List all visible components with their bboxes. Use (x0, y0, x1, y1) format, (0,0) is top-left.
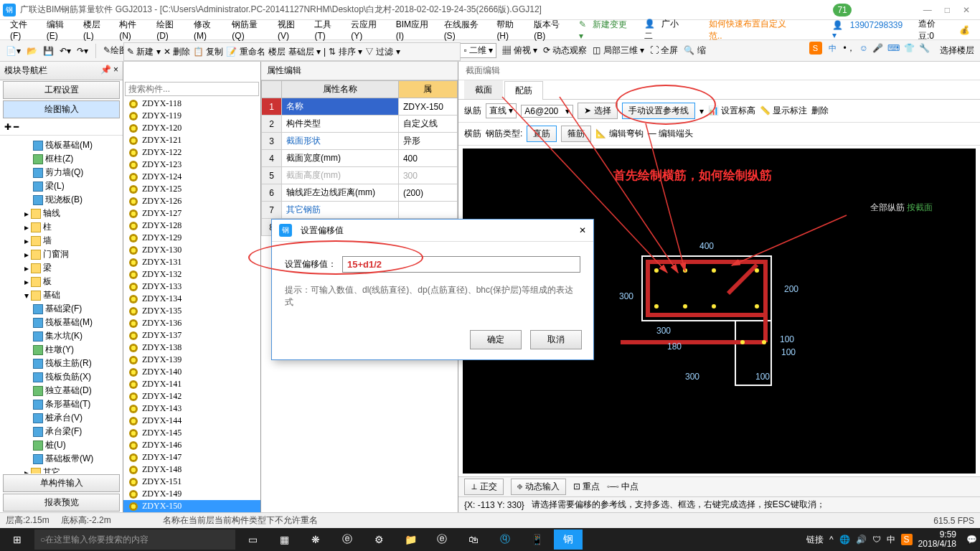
table-row[interactable]: 3截面形状异形 (262, 133, 458, 150)
list-item[interactable]: ZDYX-147 (123, 451, 260, 463)
list-item[interactable]: ZDYX-119 (123, 110, 260, 122)
start-button[interactable]: ⊞ (3, 529, 32, 550)
list-item[interactable]: ZDYX-144 (123, 415, 260, 427)
user-name[interactable]: 广小二 (644, 19, 679, 41)
report-preview-button[interactable]: 报表预览 (3, 494, 120, 512)
view-mode-combo[interactable]: ▫ 二维 ▾ (460, 43, 496, 58)
tree-item[interactable]: 桩承台(V) (1, 411, 121, 425)
list-item[interactable]: ZDYX-142 (123, 390, 260, 402)
menu-modify[interactable]: 修改(M) (189, 19, 226, 41)
tree-item[interactable]: ▸ 梁 (1, 261, 121, 275)
topview-button[interactable]: ▦ 俯视 ▾ (502, 44, 537, 57)
tree-item[interactable]: 剪力墙(Q) (1, 166, 121, 179)
tree-item[interactable]: ▸ 其它 (1, 466, 121, 474)
redo-icon[interactable]: ↷▾ (77, 46, 88, 56)
table-row[interactable]: 4截面宽度(mm)400 (262, 150, 458, 167)
table-row[interactable]: 5截面高度(mm)300 (262, 167, 458, 184)
category-tree[interactable]: 筏板基础(M) 框柱(Z) 剪力墙(Q) 梁(L) 现浇板(B)▸ 轴线▸ 柱▸… (0, 136, 123, 474)
list-item[interactable]: ZDYX-150 (123, 500, 260, 512)
basement-combo[interactable]: 基础层 ▾ (288, 46, 321, 58)
list-item[interactable]: ZDYX-130 (123, 244, 260, 256)
project-settings-button[interactable]: 工程设置 (3, 81, 120, 99)
local3d-button[interactable]: ◫ 局部三维 ▾ (593, 44, 644, 57)
list-item[interactable]: ZDYX-148 (123, 463, 260, 476)
table-row[interactable]: 2构件类型自定义线 (262, 116, 458, 133)
menu-component[interactable]: 构件(N) (115, 19, 151, 41)
tree-item[interactable]: 条形基础(T) (1, 397, 121, 411)
undo-icon[interactable]: ↶▾ (60, 46, 71, 56)
qq-icon[interactable]: ⓠ (491, 529, 519, 550)
list-item[interactable]: ZDYX-123 (123, 159, 260, 171)
minimize-button[interactable]: — (923, 5, 932, 15)
menu-help[interactable]: 帮助(H) (492, 19, 528, 41)
edit-hook-button[interactable]: 📐 编辑弯钩 (595, 128, 643, 140)
clock[interactable]: 9:592018/4/18 (918, 530, 961, 549)
tray-lang-icon[interactable]: 中 (887, 534, 895, 546)
ok-button[interactable]: 确定 (470, 330, 522, 349)
tree-item[interactable]: 独立基础(D) (1, 384, 121, 397)
tip-link[interactable]: 如何快速布置自定义范.. (705, 18, 798, 42)
list-item[interactable]: ZDYX-135 (123, 305, 260, 317)
tree-item[interactable]: ▸ 轴线 (1, 207, 121, 220)
stirrup-button[interactable]: 箍筋 (561, 126, 591, 142)
tree-item[interactable]: 基础梁(F) (1, 302, 121, 316)
list-item[interactable]: ZDYX-139 (123, 354, 260, 366)
list-item[interactable]: ZDYX-151 (123, 476, 260, 488)
tree-item[interactable]: 现浇板(B) (1, 193, 121, 207)
ortho-button[interactable]: ⊥ 正交 (464, 479, 504, 495)
table-row[interactable]: 7其它钢筋 (262, 202, 458, 219)
menu-draw[interactable]: 绘图(D) (152, 19, 188, 41)
menu-edit[interactable]: 编辑(E) (42, 19, 77, 41)
tree-item[interactable]: ▸ 柱 (1, 220, 121, 234)
tree-item[interactable]: ▸ 门窗洞 (1, 248, 121, 261)
delete-component-button[interactable]: ✕ 删除 (164, 46, 190, 58)
menu-online[interactable]: 在线服务(S) (440, 19, 491, 41)
ime-zhong-icon[interactable]: 中 (826, 42, 839, 55)
set-elev-button[interactable]: 📊 设置标高 (708, 105, 755, 117)
fullscreen-button[interactable]: ⛶ 全屏 (650, 44, 678, 57)
list-item[interactable]: ZDYX-124 (123, 171, 260, 183)
menu-bim[interactable]: BIM应用(I) (392, 19, 438, 41)
app2-icon[interactable]: ❋ (301, 529, 330, 550)
list-item[interactable]: ZDYX-137 (123, 329, 260, 342)
new-change-button[interactable]: 新建变更 (588, 19, 631, 29)
action-center-icon[interactable]: 💬 (966, 534, 977, 545)
ime-punct-icon[interactable]: •， (844, 42, 855, 55)
list-item[interactable]: ZDYX-127 (123, 207, 260, 220)
tree-item[interactable]: 集水坑(K) (1, 329, 121, 343)
list-item[interactable]: ZDYX-126 (123, 195, 260, 207)
new-component-button[interactable]: ✎ 新建 ▾ (127, 46, 161, 58)
list-item[interactable]: ZDYX-149 (123, 488, 260, 500)
cancel-button[interactable]: 取消 (530, 330, 582, 349)
ime-tool-icon[interactable]: 🔧 (919, 43, 930, 53)
tree-item[interactable]: 梁(L) (1, 179, 121, 193)
endpoint-snap[interactable]: ⊡ 重点 (573, 481, 600, 493)
ime-kbd-icon[interactable]: ⌨ (887, 43, 900, 53)
menu-rebar[interactable]: 钢筋量(Q) (227, 19, 272, 41)
menu-view[interactable]: 视图(V) (273, 19, 308, 41)
table-row[interactable]: 6轴线距左边线距离(mm)(200) (262, 184, 458, 202)
tree-item[interactable]: 承台梁(F) (1, 425, 121, 438)
ime-face-icon[interactable]: ☺ (859, 43, 868, 53)
list-item[interactable]: ZDYX-128 (123, 220, 260, 232)
list-item[interactable]: ZDYX-134 (123, 293, 260, 305)
menu-file[interactable]: 文件(F) (6, 19, 41, 41)
tab-section[interactable]: 截面 (464, 80, 503, 99)
list-item[interactable]: ZDYX-129 (123, 232, 260, 244)
save-icon[interactable]: 💾 (43, 46, 54, 56)
explorer-icon[interactable]: 📁 (396, 529, 425, 550)
app1-icon[interactable]: ▦ (270, 529, 298, 550)
menu-tools[interactable]: 工具(T) (310, 19, 345, 41)
list-item[interactable]: ZDYX-122 (123, 146, 260, 159)
tab-rebar[interactable]: 配筋 (504, 81, 543, 100)
line-type-combo[interactable]: 直线 ▾ (486, 103, 517, 118)
list-item[interactable]: ZDYX-125 (123, 183, 260, 195)
list-item[interactable]: ZDYX-140 (123, 366, 260, 378)
orbit-button[interactable]: ⟳ 动态观察 (543, 44, 587, 57)
list-item[interactable]: ZDYX-146 (123, 439, 260, 451)
delete-rebar-button[interactable]: 删除 (811, 105, 829, 117)
taskview-icon[interactable]: ▭ (238, 529, 267, 550)
list-item[interactable]: ZDYX-138 (123, 342, 260, 354)
property-table[interactable]: 属性名称属 1名称ZDYX-1502构件类型自定义线3截面形状异形4截面宽度(m… (261, 80, 458, 236)
zd-list[interactable]: ZDYX-118 ZDYX-119 ZDYX-120 ZDYX-121 ZDYX… (123, 98, 260, 512)
